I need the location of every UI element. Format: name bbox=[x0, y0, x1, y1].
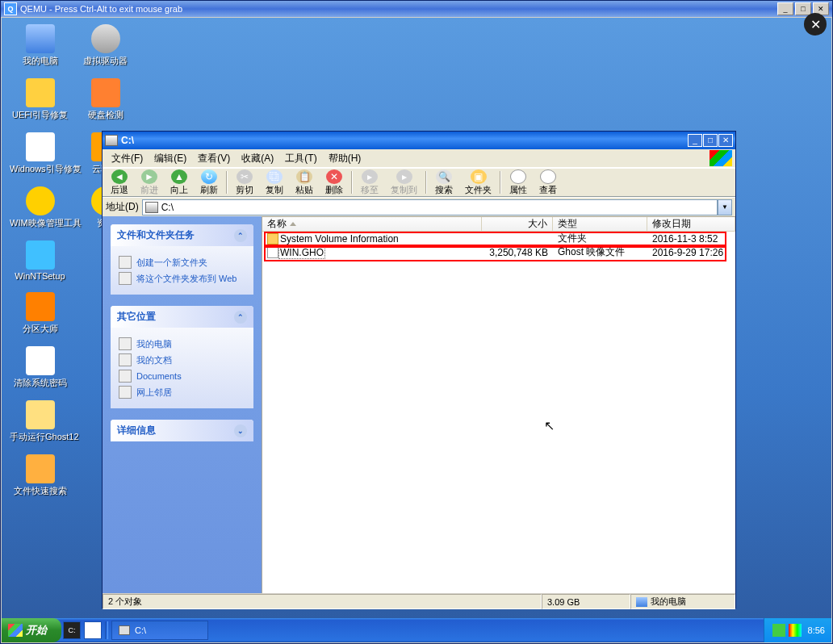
address-input[interactable]: C:\ bbox=[142, 199, 718, 215]
folders-button[interactable]: ▣文件夹 bbox=[459, 169, 497, 197]
link-label: 将这个文件夹发布到 Web bbox=[136, 273, 237, 285]
file-size: 3,250,748 KB bbox=[482, 247, 553, 258]
paste-button[interactable]: 📋粘贴 bbox=[290, 169, 319, 197]
search-button[interactable]: 🔍搜索 bbox=[429, 169, 458, 197]
app-icon bbox=[26, 240, 55, 270]
desktop-icon[interactable]: WIM映像管理工具 bbox=[10, 186, 70, 229]
computer-icon bbox=[636, 597, 647, 607]
desktop-icon[interactable]: UEFI引导修复 bbox=[10, 78, 70, 121]
desktop-icon-label: WIM映像管理工具 bbox=[10, 217, 70, 229]
address-dropdown[interactable]: ▼ bbox=[718, 199, 732, 215]
quicklaunch-icon[interactable] bbox=[84, 621, 102, 639]
explorer-titlebar[interactable]: C:\ _ □ ✕ bbox=[103, 132, 735, 149]
menu-help[interactable]: 帮助(H) bbox=[323, 150, 367, 167]
sidebar-link[interactable]: 我的电脑 bbox=[119, 337, 245, 350]
sidebar-link[interactable]: 网上邻居 bbox=[119, 386, 245, 399]
address-label: 地址(D) bbox=[106, 200, 139, 214]
copy-button[interactable]: ⿻复制 bbox=[260, 169, 289, 197]
tasks-header[interactable]: 文件和文件夹任务 ⌃ bbox=[111, 224, 253, 246]
sidebar-link[interactable]: 将这个文件夹发布到 Web bbox=[119, 272, 245, 285]
desktop-icon-label: 清除系统密码 bbox=[10, 377, 70, 389]
desktop-icon-label: 手动运行Ghost12 bbox=[10, 431, 70, 443]
menu-file[interactable]: 文件(F) bbox=[106, 150, 149, 167]
desktop-icon[interactable]: 虚拟驱动器 bbox=[75, 24, 136, 67]
drive-icon bbox=[105, 135, 118, 146]
view-button[interactable]: ▦查看 bbox=[534, 169, 563, 197]
drive-icon bbox=[145, 202, 158, 213]
desktop-icon[interactable]: 分区大师 bbox=[10, 292, 70, 335]
desktop-icon[interactable]: 硬盘检测 bbox=[75, 78, 136, 121]
start-button[interactable]: 开始 bbox=[2, 618, 61, 642]
cut-button[interactable]: ✂剪切 bbox=[230, 169, 259, 197]
net-icon bbox=[119, 386, 132, 399]
file-list[interactable]: 名称 大小 类型 修改日期 System Volume Information … bbox=[262, 216, 735, 593]
details-panel: 详细信息 ⌄ bbox=[111, 420, 253, 441]
address-value: C:\ bbox=[161, 202, 174, 213]
overlay-close-button[interactable]: ✕ bbox=[804, 13, 827, 36]
file-type: Ghost 映像文件 bbox=[553, 245, 647, 259]
file-icon bbox=[267, 233, 278, 245]
web-icon bbox=[119, 272, 132, 285]
explorer-close-button[interactable]: ✕ bbox=[718, 134, 733, 147]
drive-icon bbox=[119, 625, 130, 635]
sidebar-link[interactable]: 我的文档 bbox=[119, 353, 245, 366]
menu-favorites[interactable]: 收藏(A) bbox=[236, 150, 279, 167]
explorer-maximize-button[interactable]: □ bbox=[703, 134, 718, 147]
desktop-icon[interactable]: WinNTSetup bbox=[10, 240, 70, 281]
up-button[interactable]: ▲向上 bbox=[165, 169, 194, 197]
file-date: 2016-9-29 17:26 bbox=[647, 247, 735, 258]
file-icon bbox=[267, 247, 278, 258]
col-name[interactable]: 名称 bbox=[262, 217, 482, 231]
desktop-icon[interactable]: 手动运行Ghost12 bbox=[10, 400, 70, 443]
qemu-minimize-button[interactable]: _ bbox=[777, 2, 793, 15]
col-type[interactable]: 类型 bbox=[553, 217, 647, 231]
windows-flag-icon bbox=[710, 150, 732, 166]
menu-edit[interactable]: 编辑(E) bbox=[149, 150, 192, 167]
desktop[interactable]: 我的电脑虚拟驱动器UEFI引导修复硬盘检测Widnows引导修复云骑士WIM映像… bbox=[2, 18, 831, 642]
folder-icon bbox=[119, 256, 132, 269]
desktop-icon[interactable]: 文件快速搜索 bbox=[10, 454, 70, 497]
sidebar-link[interactable]: Documents bbox=[119, 370, 245, 383]
desktop-icon[interactable]: Widnows引导修复 bbox=[10, 132, 70, 175]
qemu-maximize-button[interactable]: □ bbox=[795, 2, 811, 15]
sidebar-link[interactable]: 创建一个新文件夹 bbox=[119, 256, 245, 269]
desktop-icon[interactable]: 我的电脑 bbox=[10, 24, 70, 67]
tray-icon[interactable] bbox=[772, 624, 785, 637]
docs-icon bbox=[119, 353, 132, 366]
menu-tools[interactable]: 工具(T) bbox=[279, 150, 322, 167]
app-icon bbox=[91, 24, 120, 53]
app-icon bbox=[26, 186, 55, 215]
col-date[interactable]: 修改日期 bbox=[647, 217, 735, 231]
status-size: 3.09 GB bbox=[542, 594, 630, 609]
link-label: 我的文档 bbox=[136, 354, 172, 366]
desktop-icon[interactable]: 清除系统密码 bbox=[10, 346, 70, 389]
qemu-title: QEMU - Press Ctrl-Alt to exit mouse grab bbox=[20, 4, 182, 14]
refresh-button[interactable]: ↻刷新 bbox=[195, 169, 224, 197]
other-places-header[interactable]: 其它位置 ⌃ bbox=[111, 306, 253, 328]
explorer-minimize-button[interactable]: _ bbox=[688, 134, 702, 147]
menu-view[interactable]: 查看(V) bbox=[192, 150, 236, 167]
app-icon bbox=[26, 346, 55, 375]
file-row[interactable]: System Volume Information 文件夹 2016-11-3 … bbox=[262, 232, 735, 245]
link-label: 创建一个新文件夹 bbox=[136, 257, 207, 269]
status-location: 我的电脑 bbox=[630, 594, 735, 609]
tasks-panel: 文件和文件夹任务 ⌃ 创建一个新文件夹将这个文件夹发布到 Web bbox=[111, 224, 253, 295]
details-header[interactable]: 详细信息 ⌄ bbox=[111, 420, 253, 441]
tray-display-icon[interactable] bbox=[789, 624, 802, 637]
file-row[interactable]: WIN.GHO 3,250,748 KB Ghost 映像文件 2016-9-2… bbox=[262, 245, 735, 259]
properties-button[interactable]: ✓属性 bbox=[504, 169, 533, 197]
back-button[interactable]: ◄后退 bbox=[105, 169, 134, 197]
qemu-window: Q QEMU - Press Ctrl-Alt to exit mouse gr… bbox=[0, 0, 833, 644]
taskbar-item-explorer[interactable]: C:\ bbox=[111, 621, 208, 640]
desktop-icon-label: 硬盘检测 bbox=[75, 109, 136, 121]
clock[interactable]: 8:56 bbox=[808, 625, 825, 635]
quicklaunch-cmd-icon[interactable]: C: bbox=[63, 621, 81, 639]
sort-asc-icon bbox=[290, 222, 296, 226]
forward-button: ►前进 bbox=[135, 169, 164, 197]
status-objects: 2 个对象 bbox=[103, 594, 542, 609]
qemu-titlebar[interactable]: Q QEMU - Press Ctrl-Alt to exit mouse gr… bbox=[1, 1, 832, 17]
system-tray: 8:56 bbox=[764, 618, 831, 642]
col-size[interactable]: 大小 bbox=[482, 217, 553, 231]
explorer-sidebar: 文件和文件夹任务 ⌃ 创建一个新文件夹将这个文件夹发布到 Web 其它位置 ⌃ … bbox=[103, 216, 262, 593]
delete-button[interactable]: ✕删除 bbox=[320, 169, 349, 197]
